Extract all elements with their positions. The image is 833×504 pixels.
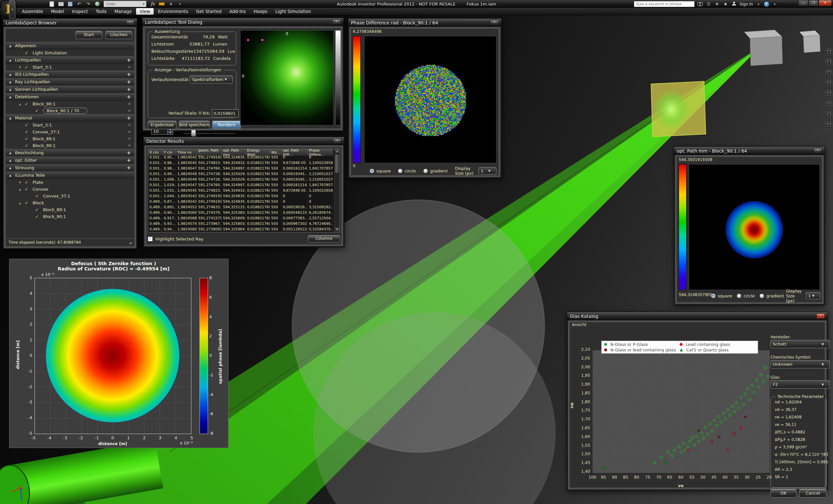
menu-tab-view[interactable]: View [136, 8, 153, 15]
add-icon[interactable]: + [168, 1, 174, 7]
expand-arrow-icon[interactable]: ▲ [19, 102, 25, 106]
close-icon[interactable]: ✕ [813, 148, 822, 153]
glas-katalog-title-bar[interactable]: Glas Katalog ✕ [567, 312, 828, 320]
checkmark-icon[interactable]: ✓ [25, 187, 32, 192]
tree-item-lichtquellen[interactable]: ▲Lichtquellen+ [6, 56, 134, 64]
close-icon[interactable]: ✕ [126, 20, 135, 25]
resize-grip[interactable]: ◢ [129, 241, 132, 244]
viewport-tool-icon[interactable] [826, 111, 832, 118]
tree-item-streuung[interactable]: ▲Streuung+ [6, 164, 134, 171]
menu-tab-assemble[interactable]: Assemble [18, 8, 47, 15]
expand-arrow-icon[interactable]: ▲ [9, 73, 15, 76]
close-button[interactable]: ✕ [819, 0, 832, 6]
render-icon[interactable] [94, 1, 100, 7]
display-size-dropdown[interactable]: 1▼ [806, 292, 820, 299]
gradient-radio[interactable] [759, 293, 764, 298]
add-icon[interactable]: + [127, 79, 131, 85]
columns-button[interactable]: Columns [308, 235, 340, 242]
start-button[interactable]: Start [75, 31, 102, 39]
tree-item-convex[interactable]: ▲✓Convex [6, 186, 134, 193]
menu-tab-get-started[interactable]: Get Started [192, 8, 225, 15]
checkmark-icon[interactable]: ✓ [25, 50, 32, 55]
chemisches-symbol-dropdown[interactable]: Unknown▼ [770, 360, 830, 368]
subscription-icon[interactable]: ⚿ [706, 2, 712, 7]
add-icon[interactable]: + [127, 94, 131, 100]
save-icon[interactable] [67, 1, 73, 7]
table-row[interactable]: 0,489...0,90...1,9824560...591,274379...… [148, 210, 339, 215]
table-scrollbar[interactable]: ▲ ▼ [334, 149, 339, 232]
undo-icon[interactable]: ↶ [76, 1, 82, 7]
remove-icon[interactable]: ✕ [128, 109, 131, 113]
communication-icon[interactable]: ✈ [714, 2, 720, 6]
viewport-tool-icon[interactable] [826, 49, 832, 55]
checkmark-icon[interactable]: ✓ [25, 200, 32, 205]
search-icon[interactable] [697, 2, 703, 6]
add-icon[interactable]: + [127, 115, 131, 121]
add-icon[interactable]: + [127, 87, 131, 92]
remove-icon[interactable]: ✕ [128, 130, 131, 134]
table-row[interactable]: 0,501...1,006...1,9824549...591,274728..… [148, 177, 339, 182]
checkmark-icon[interactable]: ✓ [35, 214, 43, 219]
tree-item-convex-37-1[interactable]: ✓Convex_37:1 [6, 193, 134, 199]
table-row[interactable]: 0,501...0,99...1,9824549...591,274728...… [148, 171, 339, 177]
expand-arrow-icon[interactable]: ▲ [9, 95, 15, 99]
table-row[interactable]: 0,489...0,87...1,9824542...591,2749191..… [148, 199, 339, 204]
new-file-icon[interactable] [49, 1, 55, 7]
tree-item-start-3-1[interactable]: ✓Start_3:1✕ [6, 122, 134, 128]
checkmark-icon[interactable]: ✓ [35, 109, 43, 113]
remove-icon[interactable]: ✕ [128, 65, 131, 69]
user-icon[interactable] [731, 2, 737, 6]
viewport-tool-icon[interactable] [826, 122, 832, 128]
search-input[interactable]: Type a keyword or phrase [634, 1, 695, 7]
expand-arrow-icon[interactable]: ▲ [9, 159, 15, 162]
viewport-tool-icon[interactable] [826, 70, 832, 76]
help-dropdown-icon[interactable]: ▾ [772, 3, 778, 6]
tree-item-convex-37-1[interactable]: ✓Convex_37:1✕ [6, 128, 134, 135]
close-icon[interactable]: ✕ [333, 138, 341, 144]
expand-arrow-icon[interactable]: ▲ [9, 58, 15, 62]
expand-arrow-icon[interactable]: ▲ [9, 44, 15, 48]
expand-arrow-icon[interactable]: ▼ [19, 66, 25, 69]
tree-item-block-89-1[interactable]: ✓Block_89:1 [6, 206, 134, 213]
tree-item-illumina-teile[interactable]: ▲iLLumina Teile [6, 171, 134, 179]
tree-item-allgemein[interactable]: ▲Allgemein [6, 42, 134, 49]
ansicht-menu[interactable]: Ansicht [572, 322, 586, 327]
add-icon[interactable]: + [127, 72, 131, 77]
tree-item-block-90-1[interactable]: ✓Block_90:1✕ [6, 142, 134, 149]
stepper-down-icon[interactable]: ▼ [168, 131, 173, 135]
menu-tab-model[interactable]: Model [47, 8, 68, 15]
opt-path-title-bar[interactable]: opt. Path mm - Block_90:1 / 64 ✕ [674, 147, 825, 155]
table-row[interactable]: 0,501...0,98...1,9824547...591,274760...… [148, 166, 339, 171]
checkmark-icon[interactable]: ✓ [25, 123, 32, 127]
add-icon[interactable]: + [127, 165, 131, 171]
expand-arrow-icon[interactable]: ▲ [9, 151, 15, 154]
tree-item-ray-lichtquellen[interactable]: ▲Ray Lichtquellen+ [6, 78, 134, 86]
tree-item-detektoren[interactable]: ▲Detektoren+ [6, 93, 134, 100]
square-radio[interactable] [711, 293, 716, 298]
remove-icon[interactable]: ✕ [128, 137, 131, 141]
tool-dialog-title-bar[interactable]: LambdaSpect Tool Dialog ✕ [142, 18, 343, 26]
remove-icon[interactable]: ✕ [128, 143, 131, 148]
tree-item-light-simulation[interactable]: ✓Light Simulation [6, 49, 134, 56]
checkmark-icon[interactable]: ✓ [25, 143, 32, 148]
verlauf-dropdown[interactable]: Spektralfarben▼ [190, 75, 233, 83]
expand-arrow-icon[interactable]: ▲ [9, 117, 15, 120]
loeschen-button[interactable]: Löschen [105, 31, 132, 39]
viewport-tool-icon[interactable] [826, 91, 832, 97]
table-row[interactable]: 0,501...1,044...1,9824542...591,2749191.… [148, 193, 339, 199]
expand-arrow-icon[interactable]: ▼ [19, 181, 25, 184]
tree-item-block-90-1[interactable]: ✓Block_90:1 [6, 213, 134, 220]
tree-item-ies-lichtquellen[interactable]: ▲IES Lichtquellen+ [6, 71, 134, 78]
scroll-up-icon[interactable]: ▲ [335, 149, 339, 153]
results-table[interactable]: X cmY cmTime nsgeom. Path ...opt. Path m… [148, 149, 340, 232]
tree-item-start-3-1[interactable]: ▼✓Start_3:1✕ [6, 64, 134, 71]
square-radio[interactable] [370, 169, 374, 173]
highlight-ray-checkbox[interactable]: ✓ [148, 237, 153, 241]
tree-item-opt-gitter[interactable]: ▲opt. Gitter+ [6, 157, 134, 164]
favorites-star-icon[interactable]: ★ [723, 2, 729, 6]
phase-title-bar[interactable]: Phase Difference rad - Block_90:1 / 64 ✕ [348, 19, 501, 27]
scale-slider[interactable] [183, 129, 235, 136]
help-icon[interactable]: ? [764, 2, 769, 7]
checkmark-icon[interactable]: ✓ [25, 129, 32, 135]
menu-tab-add-ins[interactable]: Add-Ins [226, 8, 250, 15]
